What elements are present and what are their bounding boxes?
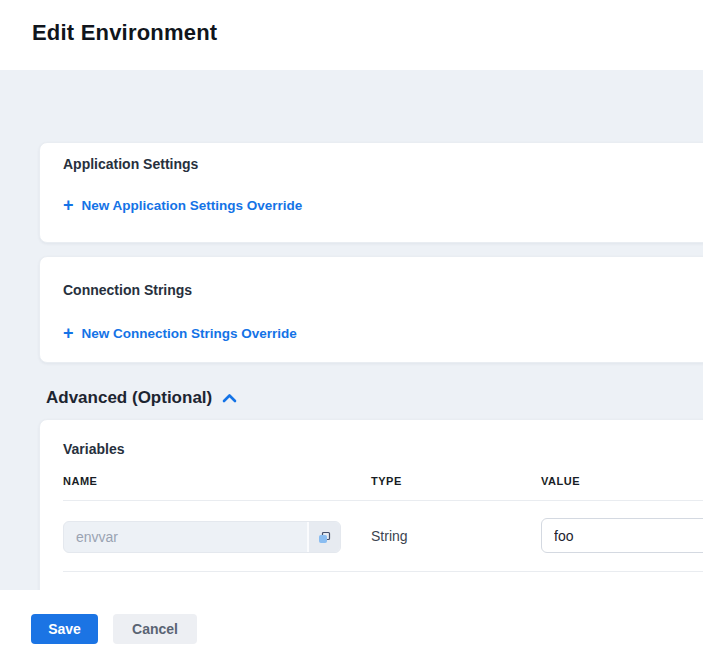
variable-name-field	[63, 521, 341, 553]
chevron-up-icon	[222, 393, 237, 403]
application-settings-heading: Application Settings	[63, 156, 198, 172]
table-divider	[63, 571, 703, 572]
column-header-value: VALUE	[541, 475, 580, 487]
advanced-section-label: Advanced (Optional)	[46, 388, 212, 408]
save-button[interactable]: Save	[31, 614, 98, 644]
connection-strings-card: Connection Strings + New Connection Stri…	[39, 256, 703, 363]
link-label: New Connection Strings Override	[82, 326, 297, 341]
connection-strings-heading: Connection Strings	[63, 282, 192, 298]
new-application-settings-override-link[interactable]: + New Application Settings Override	[63, 198, 302, 213]
variable-name-input	[64, 522, 304, 552]
variables-heading: Variables	[63, 441, 125, 457]
copy-button[interactable]	[307, 522, 340, 552]
copy-icon	[318, 531, 331, 544]
content-area: Application Settings + New Application S…	[0, 70, 703, 590]
plus-icon: +	[63, 199, 74, 211]
cancel-button[interactable]: Cancel	[113, 614, 197, 644]
footer: Save Cancel	[0, 590, 703, 651]
table-divider	[63, 500, 703, 501]
variable-value-input[interactable]	[541, 518, 703, 553]
page-title: Edit Environment	[32, 20, 217, 46]
plus-icon: +	[63, 327, 74, 339]
column-header-name: NAME	[63, 475, 97, 487]
new-connection-strings-override-link[interactable]: + New Connection Strings Override	[63, 326, 297, 341]
link-label: New Application Settings Override	[82, 198, 303, 213]
application-settings-card: Application Settings + New Application S…	[39, 142, 703, 243]
variable-type: String	[371, 528, 408, 545]
advanced-section-toggle[interactable]: Advanced (Optional)	[46, 388, 237, 408]
column-header-type: TYPE	[371, 475, 402, 487]
